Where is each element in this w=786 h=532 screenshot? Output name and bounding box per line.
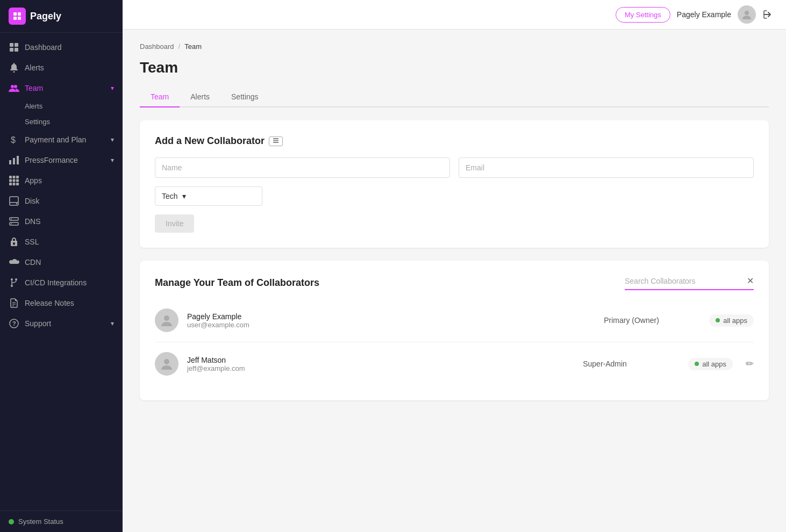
- name-input[interactable]: [155, 157, 450, 178]
- name-field: [155, 157, 450, 178]
- sidebar-item-pressformance-label: PressFormance: [25, 156, 78, 164]
- svg-point-39: [745, 11, 749, 15]
- sidebar-logo: Pagely: [0, 0, 123, 33]
- svg-point-32: [11, 285, 13, 287]
- svg-rect-20: [9, 183, 12, 185]
- svg-rect-16: [16, 176, 19, 178]
- sidebar-item-apps[interactable]: Apps: [0, 170, 123, 191]
- svg-point-44: [164, 359, 169, 364]
- avatar: [738, 5, 756, 24]
- sidebar-item-payment[interactable]: $ Payment and Plan ▾: [0, 130, 123, 150]
- collaborators-header: Manage Your Team of Collaborators ✕: [155, 276, 754, 290]
- lock-icon: [9, 236, 19, 247]
- sidebar-item-team-settings[interactable]: Settings: [0, 114, 123, 130]
- svg-rect-15: [13, 176, 16, 178]
- sidebar-item-dashboard[interactable]: Dashboard: [0, 37, 123, 57]
- sidebar-item-disk[interactable]: Disk: [0, 191, 123, 211]
- sidebar-item-cdn[interactable]: CDN: [0, 252, 123, 272]
- sign-out-icon[interactable]: [762, 9, 773, 20]
- svg-point-25: [16, 203, 17, 204]
- cloud-icon: [9, 257, 19, 268]
- collaborator-role: Primary (Owner): [604, 316, 701, 325]
- sidebar-nav: Dashboard Alerts Team ▾ Alerts: [0, 33, 123, 511]
- badge-dot-icon: [716, 318, 720, 322]
- svg-rect-41: [273, 140, 278, 141]
- support-chevron-icon: ▾: [111, 320, 114, 327]
- email-input[interactable]: [459, 157, 754, 178]
- search-clear-icon[interactable]: ✕: [747, 276, 754, 286]
- svg-point-30: [11, 278, 13, 281]
- logo-text: Pagely: [30, 11, 61, 22]
- invite-button[interactable]: Invite: [155, 214, 194, 233]
- sidebar-item-cicd[interactable]: CI/CD Integrations: [0, 272, 123, 293]
- sidebar-item-support-label: Support: [25, 319, 51, 328]
- tab-alerts[interactable]: Alerts: [180, 87, 220, 107]
- breadcrumb-home[interactable]: Dashboard: [140, 42, 174, 51]
- page-title: Team: [140, 59, 769, 76]
- svg-rect-24: [10, 202, 18, 203]
- sidebar-item-release[interactable]: Release Notes: [0, 293, 123, 313]
- sidebar-item-team-label: Team: [25, 84, 43, 92]
- role-select-value: Tech: [162, 192, 178, 200]
- collaborator-badge: all apps: [688, 358, 733, 370]
- sidebar-item-alerts[interactable]: Alerts: [0, 57, 123, 78]
- team-chevron-icon: ▾: [111, 84, 114, 92]
- sidebar-item-payment-label: Payment and Plan: [25, 135, 86, 144]
- svg-rect-6: [10, 48, 13, 52]
- sidebar-item-cdn-label: CDN: [25, 258, 41, 267]
- sidebar-item-team[interactable]: Team ▾: [0, 78, 123, 98]
- tab-team[interactable]: Team: [140, 87, 180, 107]
- apps-icon: [9, 175, 19, 186]
- grid-icon: [9, 42, 19, 53]
- sidebar-item-dns[interactable]: DNS: [0, 211, 123, 232]
- my-settings-button[interactable]: My Settings: [616, 7, 670, 23]
- collaborator-name: Jeff Matson: [187, 356, 574, 364]
- add-collaborator-card: Add a New Collaborator Tech ▾ Invite: [140, 120, 769, 248]
- avatar: [155, 308, 178, 332]
- sidebar-item-release-label: Release Notes: [25, 299, 74, 307]
- file-icon: [9, 298, 19, 308]
- svg-rect-22: [16, 183, 19, 185]
- svg-rect-12: [13, 158, 15, 164]
- svg-rect-3: [18, 17, 21, 20]
- badge-dot-icon: [695, 362, 699, 366]
- svg-text:?: ?: [12, 320, 16, 327]
- sidebar-item-dns-label: DNS: [25, 217, 41, 226]
- tab-settings[interactable]: Settings: [220, 87, 269, 107]
- edit-icon[interactable]: ✏: [746, 358, 754, 370]
- svg-rect-0: [13, 12, 17, 16]
- role-select[interactable]: Tech ▾: [155, 186, 262, 206]
- sidebar-item-support[interactable]: ? Support ▾: [0, 313, 123, 334]
- sidebar-item-ssl[interactable]: SSL: [0, 232, 123, 252]
- sidebar-item-disk-label: Disk: [25, 197, 39, 205]
- page-content: Dashboard / Team Team Team Alerts Settin…: [123, 30, 786, 532]
- sidebar: Pagely Dashboard Alerts: [0, 0, 123, 532]
- svg-rect-4: [10, 43, 13, 47]
- chevron-down-icon: ▾: [182, 192, 186, 200]
- svg-rect-11: [9, 160, 11, 164]
- dns-icon: [9, 216, 19, 227]
- search-input[interactable]: [625, 277, 742, 285]
- collaborators-list: Pagely Example user@example.com Primary …: [155, 299, 754, 385]
- svg-point-31: [15, 278, 17, 281]
- svg-rect-19: [16, 179, 19, 182]
- sidebar-item-pressformance[interactable]: PressFormance ▾: [0, 150, 123, 170]
- info-icon: [269, 136, 283, 146]
- svg-rect-14: [9, 176, 12, 178]
- collaborator-badge: all apps: [709, 314, 754, 327]
- svg-point-43: [164, 315, 169, 321]
- header: My Settings Pagely Example: [123, 0, 786, 30]
- sidebar-item-team-alerts[interactable]: Alerts: [0, 98, 123, 114]
- system-status-bar: System Status: [0, 511, 123, 532]
- collaborator-name: Pagely Example: [187, 312, 595, 321]
- collaborators-title: Manage Your Team of Collaborators: [155, 277, 319, 289]
- svg-rect-42: [273, 142, 278, 143]
- table-row: Pagely Example user@example.com Primary …: [155, 299, 754, 342]
- svg-point-8: [11, 85, 14, 88]
- logo-icon: [9, 8, 26, 25]
- main-area: My Settings Pagely Example Dashboard / T…: [123, 0, 786, 532]
- collaborator-email: user@example.com: [187, 321, 595, 329]
- pressformance-chevron-icon: ▾: [111, 156, 114, 164]
- svg-rect-17: [9, 179, 12, 182]
- collaborators-card: Manage Your Team of Collaborators ✕ Page…: [140, 261, 769, 400]
